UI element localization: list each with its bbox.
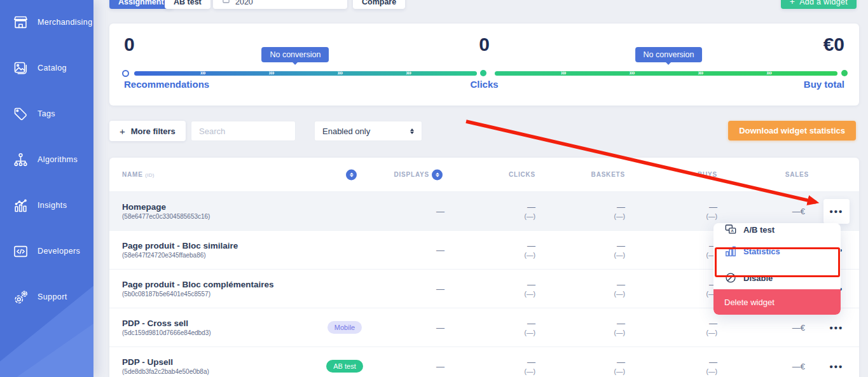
menu-item-label: Statistics bbox=[743, 247, 780, 256]
baskets-cell: —(—) bbox=[541, 202, 630, 220]
clicks-cell: —(—) bbox=[450, 280, 541, 298]
menu-item-statistics[interactable]: Statistics bbox=[713, 236, 841, 266]
sidebar-item-merchandising[interactable]: Merchandising bbox=[0, 6, 93, 39]
search-input[interactable] bbox=[191, 121, 296, 141]
catalog-icon bbox=[12, 60, 29, 77]
no-conversion-badge: No conversion bbox=[261, 47, 329, 62]
clicks-cell-subvalue: (—) bbox=[450, 251, 535, 259]
displays-cell: — bbox=[383, 207, 450, 216]
sales-cell: —€ bbox=[722, 362, 814, 371]
tab-assignment[interactable]: Assignment bbox=[109, 0, 173, 9]
status-filter-select[interactable]: Enabled only bbox=[314, 121, 422, 141]
baskets-cell-subvalue: (—) bbox=[541, 367, 625, 375]
clicks-cell-subvalue: (—) bbox=[450, 329, 535, 336]
funnel-chevron: ››› bbox=[698, 69, 703, 76]
displays-cell-value: — bbox=[383, 362, 444, 371]
funnel-chevron: ››› bbox=[269, 69, 274, 76]
menu-item-label: Disable bbox=[743, 273, 773, 283]
no-conversion-badge: No conversion bbox=[635, 47, 703, 62]
table-row[interactable]: PDP - Upsell(5de8db3fa2c2bab4e50e0b8a)AB… bbox=[109, 346, 859, 377]
storefront-icon bbox=[12, 14, 29, 31]
menu-item-label: Delete widget bbox=[724, 298, 775, 307]
baskets-cell: —(—) bbox=[541, 280, 630, 298]
funnel-value-recommendations: 0 bbox=[124, 34, 135, 55]
row-menu-cell: ••• bbox=[814, 357, 859, 376]
displays-cell-value: — bbox=[383, 245, 444, 255]
clicks-cell-value: — bbox=[450, 319, 535, 328]
column-header-buys: BUYS bbox=[630, 171, 722, 178]
funnel-chevron: ››› bbox=[561, 69, 566, 76]
row-menu-button[interactable]: ••• bbox=[826, 357, 848, 376]
displays-cell: — bbox=[383, 284, 450, 294]
row-menu-cell: ••• bbox=[814, 199, 859, 224]
disable-icon bbox=[724, 271, 737, 284]
displays-cell-value: — bbox=[383, 284, 444, 294]
date-range-picker[interactable]: July 23, 2020 — August 23, 2020 bbox=[213, 0, 347, 9]
buys-cell-value: — bbox=[630, 319, 717, 328]
sales-value: —€ bbox=[722, 323, 805, 332]
sidebar-item-label: Catalog bbox=[38, 64, 67, 72]
row-badge-cell: AB test bbox=[307, 360, 383, 373]
plus-icon: + bbox=[790, 0, 795, 6]
sidebar-item-developers[interactable]: Developers bbox=[0, 235, 93, 268]
plus-icon: + bbox=[120, 126, 125, 137]
buys-cell: —(—) bbox=[630, 319, 722, 336]
clicks-cell-value: — bbox=[450, 357, 535, 367]
menu-item-delete-widget[interactable]: Delete widget bbox=[713, 289, 841, 315]
clicks-cell: —(—) bbox=[450, 357, 541, 375]
displays-cell: — bbox=[383, 362, 450, 371]
sales-value: —€ bbox=[722, 207, 805, 216]
sidebar-item-tags[interactable]: Tags bbox=[0, 97, 93, 130]
clicks-cell-value: — bbox=[450, 241, 535, 250]
sidebar-item-label: Developers bbox=[38, 247, 80, 256]
sidebar-item-insights[interactable]: Insights bbox=[0, 189, 93, 222]
compare-button[interactable]: Compare bbox=[353, 0, 405, 9]
column-header-name: NAME (ID) bbox=[109, 171, 307, 178]
row-menu-button[interactable]: ••• bbox=[823, 199, 850, 224]
sales-value: —€ bbox=[722, 362, 805, 371]
clicks-cell-subvalue: (—) bbox=[450, 290, 535, 298]
buys-cell: —(—) bbox=[630, 280, 722, 298]
funnel-chevron: ››› bbox=[766, 69, 771, 76]
menu-item-label: A/B test bbox=[743, 225, 775, 235]
widget-name: Homepage bbox=[122, 202, 307, 212]
sort-name-button[interactable] bbox=[346, 169, 357, 180]
baskets-cell-value: — bbox=[541, 202, 625, 212]
download-widget-statistics-button[interactable]: Download widget statistics bbox=[728, 121, 856, 141]
sidebar-item-catalog[interactable]: Catalog bbox=[0, 51, 93, 85]
buys-cell: —(—) bbox=[630, 357, 722, 375]
menu-item-disable[interactable]: Disable bbox=[713, 266, 841, 289]
funnel-value-buy-total: €0 bbox=[823, 34, 844, 55]
buys-cell-value: — bbox=[630, 357, 717, 367]
tab-ab-test[interactable]: AB test bbox=[165, 0, 210, 9]
column-header-clicks: CLICKS bbox=[450, 171, 541, 178]
row-menu-button[interactable]: ••• bbox=[826, 318, 848, 338]
funnel-chevron: ››› bbox=[630, 69, 635, 76]
column-header-sales: SALES bbox=[722, 171, 814, 178]
buys-cell-value: — bbox=[630, 202, 717, 212]
filters-row: + More filters Enabled only Download wid… bbox=[109, 121, 859, 141]
table-header: NAME (ID) DISPLAYS CLICKS BASKETS BUYS S… bbox=[109, 158, 859, 191]
funnel-mid-dot bbox=[480, 70, 486, 76]
main-content: AssignmentAB test July 23, 2020 — August… bbox=[93, 0, 868, 377]
baskets-cell-value: — bbox=[541, 319, 625, 328]
funnel-label-buy-total: Buy total bbox=[804, 79, 844, 90]
sidebar-item-algorithms[interactable]: Algorithms bbox=[0, 143, 93, 176]
baskets-cell: —(—) bbox=[541, 319, 630, 336]
clicks-cell-subvalue: (—) bbox=[450, 212, 535, 220]
buys-cell-value: — bbox=[630, 280, 717, 289]
add-widget-button[interactable]: + Add a widget bbox=[781, 0, 857, 9]
clicks-cell-value: — bbox=[450, 280, 535, 289]
widget-name: Page produit - Bloc similaire bbox=[122, 241, 307, 250]
menu-item-a-b-test[interactable]: AA/B test bbox=[713, 223, 841, 236]
clicks-cell: —(—) bbox=[450, 319, 541, 336]
buys-cell-subvalue: (—) bbox=[630, 212, 717, 220]
buys-cell-subvalue: (—) bbox=[630, 329, 717, 336]
sort-displays-button[interactable] bbox=[432, 169, 443, 180]
widget-id: (58e6477ec0c3304585653c16) bbox=[122, 213, 307, 220]
clicks-cell-subvalue: (—) bbox=[450, 367, 535, 375]
buys-cell-subvalue: (—) bbox=[630, 290, 717, 298]
widget-name: PDP - Cross sell bbox=[122, 319, 307, 328]
more-filters-button[interactable]: + More filters bbox=[109, 121, 186, 141]
clicks-cell-value: — bbox=[450, 202, 535, 212]
